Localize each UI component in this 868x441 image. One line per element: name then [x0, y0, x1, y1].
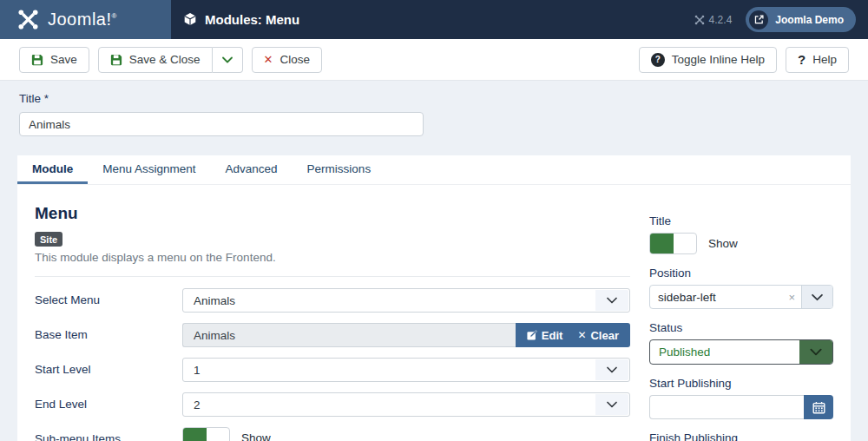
toggle-inline-help-button[interactable]: ? Toggle Inline Help [639, 47, 777, 73]
base-item-row: Base Item Animals [35, 323, 630, 347]
module-options-column: Menu Site This module displays a menu on… [35, 199, 630, 441]
question-circle-icon: ? [651, 53, 665, 67]
tab-bar: Module Menu Assignment Advanced Permissi… [17, 155, 851, 185]
save-options-dropdown-button[interactable] [213, 47, 243, 73]
position-value-area: sidebar-left × [650, 286, 801, 308]
title-field-label: Title * [19, 92, 849, 105]
select-menu-value: Animals [194, 294, 235, 307]
chevron-down-icon [799, 340, 832, 364]
chevron-down-icon [595, 290, 628, 311]
end-level-label: End Level [35, 392, 182, 417]
divider [35, 276, 630, 277]
help-button-label: Help [812, 53, 837, 66]
cube-icon [183, 12, 197, 27]
version-text: 4.2.4 [709, 14, 733, 26]
base-item-value-field: Animals [182, 323, 516, 347]
toggle-inline-help-label: Toggle Inline Help [672, 53, 765, 66]
position-combobox[interactable]: sidebar-left × [649, 285, 833, 309]
finish-publishing-group: Finish Publishing [649, 431, 833, 441]
panel-heading: Menu [35, 204, 630, 223]
site-badge: Site [35, 232, 62, 247]
position-label: Position [649, 267, 833, 280]
status-value: Published [659, 346, 710, 359]
save-icon [31, 54, 43, 66]
title-section: Title * [0, 81, 868, 155]
title-toggle-label: Title [649, 214, 833, 227]
title-toggle[interactable] [649, 233, 697, 254]
base-item-value: Animals [194, 329, 235, 342]
close-button-label: Close [279, 53, 310, 66]
finish-publishing-label: Finish Publishing [649, 431, 833, 441]
question-mark-icon: ? [798, 52, 806, 67]
toggle-knob [183, 428, 207, 441]
submenu-items-state: Show [241, 431, 271, 441]
top-bar: Joomla!® Modules: Menu 4. [0, 0, 868, 39]
tab-permissions[interactable]: Permissions [293, 155, 386, 184]
version-indicator: 4.2.4 [694, 14, 733, 26]
tab-advanced[interactable]: Advanced [211, 155, 293, 184]
save-and-close-label: Save & Close [129, 53, 201, 66]
page-title: Modules: Menu [183, 12, 299, 27]
toolbar: Save Save & Close ✕ Close ? Toggle Inlin… [0, 39, 868, 81]
start-publishing-group: Start Publishing [649, 377, 833, 419]
status-label: Status [649, 321, 833, 334]
submenu-items-toggle[interactable] [182, 427, 230, 441]
end-level-select[interactable]: 2 [182, 392, 630, 417]
position-group: Position sidebar-left × [649, 267, 833, 309]
save-and-close-button[interactable]: Save & Close [98, 47, 213, 73]
calendar-button[interactable] [804, 395, 833, 419]
edit-button-label: Edit [542, 329, 563, 342]
pencil-square-icon [527, 330, 537, 340]
position-value: sidebar-left [658, 291, 716, 304]
save-icon [110, 54, 122, 66]
start-level-value: 1 [194, 364, 201, 377]
tab-module[interactable]: Module [17, 155, 88, 184]
status-select[interactable]: Published [649, 339, 833, 365]
edit-external-icon [749, 10, 768, 30]
toggle-knob [650, 234, 674, 253]
submenu-items-label: Sub-menu Items [35, 427, 182, 441]
clear-x-icon: ✕ [577, 329, 586, 341]
start-level-row: Start Level 1 [35, 358, 630, 382]
module-edit-card: Module Menu Assignment Advanced Permissi… [17, 155, 851, 441]
title-toggle-state: Show [708, 237, 738, 250]
save-close-button-group: Save & Close [98, 47, 243, 73]
select-menu-label: Select Menu [35, 288, 182, 313]
save-button[interactable]: Save [19, 47, 89, 73]
chevron-down-icon[interactable] [801, 286, 832, 308]
select-menu-select[interactable]: Animals [182, 288, 630, 313]
end-level-row: End Level 2 [35, 392, 630, 417]
close-x-icon: ✕ [264, 53, 273, 66]
help-button[interactable]: ? Help [786, 47, 849, 73]
joomla-version-icon [694, 15, 705, 25]
status-value-area: Published [650, 340, 799, 364]
chevron-down-icon [595, 394, 628, 415]
module-settings-column: Title Show Position sidebar-left × [649, 199, 833, 441]
chevron-down-icon [222, 56, 233, 63]
select-menu-row: Select Menu Animals [35, 288, 630, 313]
base-item-label: Base Item [35, 323, 182, 347]
start-level-select[interactable]: 1 [182, 358, 630, 382]
title-input[interactable] [19, 112, 424, 136]
save-button-label: Save [50, 53, 77, 66]
topbar-right: 4.2.4 Joomla Demo [694, 7, 868, 32]
joomla-logo-icon [17, 9, 39, 30]
demo-button-label: Joomla Demo [775, 14, 844, 26]
start-level-label: Start Level [35, 358, 182, 382]
page-title-text: Modules: Menu [205, 12, 299, 27]
close-button[interactable]: ✕ Close [252, 47, 322, 73]
edit-button[interactable]: Edit [527, 329, 563, 342]
tab-menu-assignment[interactable]: Menu Assignment [88, 155, 210, 184]
title-toggle-group: Title Show [649, 214, 833, 254]
clear-button[interactable]: ✕ Clear [577, 329, 619, 342]
base-item-actions: Edit ✕ Clear [516, 323, 630, 347]
calendar-icon [812, 401, 825, 414]
joomla-logo[interactable]: Joomla!® [0, 0, 171, 39]
module-tab-content: Menu Site This module displays a menu on… [17, 185, 851, 441]
start-publishing-input[interactable] [649, 395, 804, 419]
position-clear-icon[interactable]: × [788, 291, 795, 304]
module-description: This module displays a menu on the Front… [35, 251, 630, 264]
joomla-logo-text: Joomla!® [48, 10, 117, 30]
start-publishing-label: Start Publishing [649, 377, 833, 390]
joomla-demo-button[interactable]: Joomla Demo [746, 7, 856, 32]
